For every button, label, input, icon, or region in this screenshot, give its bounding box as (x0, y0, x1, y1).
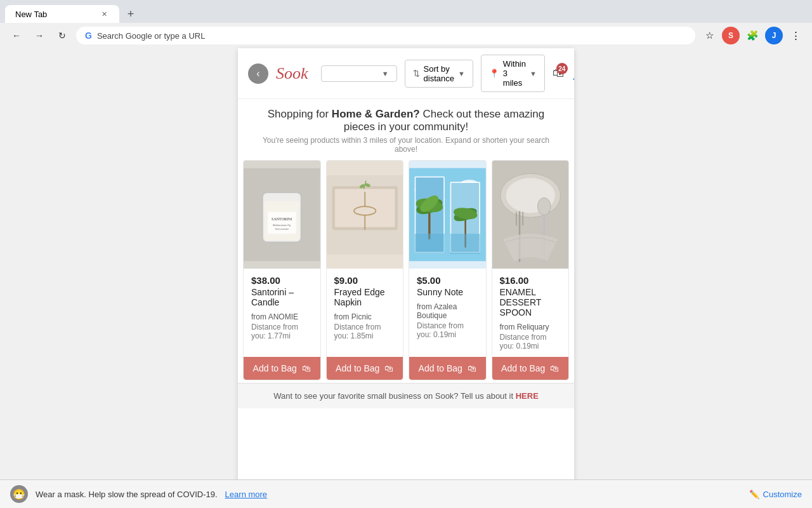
address-text: Search Google or type a URL (97, 31, 206, 41)
bag-icon-wrap[interactable]: 🛍 24 (553, 67, 564, 80)
svg-text:Sea Lavender: Sea Lavender (275, 228, 289, 231)
reload-button[interactable]: ↻ (53, 27, 71, 44)
distance-button[interactable]: 📍 Within 3 miles ▼ (481, 55, 545, 92)
footer-link[interactable]: HERE (516, 391, 539, 401)
product-store: from Azalea Boutique (417, 302, 478, 320)
address-bar[interactable]: G Search Google or type a URL (76, 27, 695, 44)
browser-chrome: New Tab ✕ + ← → ↻ G Search Google or typ… (0, 0, 812, 48)
bag-badge: 24 (556, 63, 568, 74)
note-svg (409, 161, 486, 269)
candle-svg: SANTORINI Mediterranean Fig Sea Lavender (244, 161, 320, 269)
product-name: ENAMEL DESSERT SPOON (500, 287, 561, 318)
chevron-down-icon: ▼ (382, 70, 389, 77)
learn-more-link[interactable]: Learn more (225, 490, 267, 499)
back-nav-button[interactable]: ‹ (248, 64, 268, 84)
avatar-s[interactable]: S (722, 27, 740, 44)
add-to-bag-button[interactable]: Add to Bag 🛍 (327, 357, 403, 380)
extensions-icon[interactable]: 🧩 (743, 27, 761, 44)
customize-label: Customize (763, 490, 802, 499)
product-card: $9.00 Frayed Edge Napkin from Picnic Dis… (326, 160, 404, 380)
product-distance: Distance from you: 0.19mi (417, 321, 478, 339)
svg-point-40 (537, 197, 551, 215)
mask-avatar: 😷 (10, 485, 28, 503)
user-icon[interactable]: 👤 (572, 67, 574, 81)
footer-bar: Want to see your favorite small business… (238, 383, 574, 408)
distance-chevron-icon: ▼ (530, 70, 537, 77)
banner-prefix: Shopping for (268, 108, 332, 120)
bottom-bar: 😷 Wear a mask. Help slow the spread of C… (0, 479, 812, 508)
product-name: Sunny Note (417, 287, 478, 297)
address-bar-row: ← → ↻ G Search Google or type a URL ☆ S … (0, 23, 812, 48)
tab-bar: New Tab ✕ + (0, 5, 812, 23)
product-price: $16.00 (500, 275, 561, 286)
product-price: $9.00 (334, 275, 396, 286)
new-tab-button[interactable]: + (122, 5, 140, 23)
sort-label: Sort by distance (424, 64, 454, 83)
svg-text:SANTORINI: SANTORINI (272, 217, 292, 221)
sort-button[interactable]: ⇅ Sort by distance ▼ (405, 60, 473, 88)
customize-button[interactable]: ✏️ Customize (749, 490, 802, 499)
bag-button-icon: 🛍 (302, 363, 311, 373)
product-name: Santorini – Candle (251, 287, 313, 307)
sort-chevron-icon: ▼ (458, 70, 465, 77)
add-to-bag-label: Add to Bag (336, 363, 379, 373)
sort-icon: ⇅ (413, 69, 420, 78)
edit-icon: ✏️ (749, 490, 759, 499)
category-dropdown[interactable]: ▼ (321, 65, 397, 82)
bag-button-icon: 🛍 (384, 363, 393, 373)
forward-button[interactable]: → (30, 27, 48, 44)
add-to-bag-button[interactable]: Add to Bag 🛍 (244, 357, 320, 380)
product-card: $5.00 Sunny Note from Azalea Boutique Di… (409, 160, 487, 380)
avatar-j[interactable]: J (765, 27, 783, 44)
product-image (492, 161, 569, 269)
product-image: SANTORINI Mediterranean Fig Sea Lavender (244, 161, 320, 269)
product-info: $38.00 Santorini – Candle from ANOMIE Di… (244, 269, 320, 357)
tab-close-button[interactable]: ✕ (99, 9, 109, 19)
product-store: from ANOMIE (251, 312, 313, 321)
banner-category: Home & Garden? (332, 108, 420, 120)
google-logo: G (85, 30, 92, 41)
mask-emoji: 😷 (13, 488, 25, 500)
sook-logo: Sook (276, 64, 308, 83)
menu-icon[interactable]: ⋮ (787, 27, 804, 44)
back-button[interactable]: ← (8, 27, 25, 44)
spoon-svg (492, 161, 569, 269)
napkin-svg (327, 169, 403, 261)
product-info: $5.00 Sunny Note from Azalea Boutique Di… (409, 269, 486, 357)
product-card: SANTORINI Mediterranean Fig Sea Lavender… (243, 160, 321, 380)
add-to-bag-label: Add to Bag (419, 363, 462, 373)
banner: Shopping for Home & Garden? Check out th… (238, 99, 574, 157)
product-price: $5.00 (417, 275, 478, 286)
mask-message: Wear a mask. Help slow the spread of COV… (36, 490, 218, 499)
product-image (409, 161, 486, 269)
pin-icon: 📍 (489, 69, 499, 78)
product-store: from Reliquary (500, 323, 561, 331)
svg-rect-32 (450, 234, 480, 254)
product-distance: Distance from you: 1.77mi (251, 323, 313, 340)
page-content: ‹ Sook ▼ ⇅ Sort by distance ▼ 📍 Within 3… (238, 48, 574, 484)
add-to-bag-label: Add to Bag (253, 363, 297, 373)
bag-button-icon: 🛍 (550, 363, 559, 373)
tab-title: New Tab (15, 10, 47, 19)
add-to-bag-button[interactable]: Add to Bag 🛍 (492, 357, 569, 380)
products-grid: SANTORINI Mediterranean Fig Sea Lavender… (238, 157, 574, 383)
sook-header: ‹ Sook ▼ ⇅ Sort by distance ▼ 📍 Within 3… (238, 48, 574, 99)
product-distance: Distance from you: 1.85mi (334, 323, 396, 340)
product-info: $16.00 ENAMEL DESSERT SPOON from Reliqua… (492, 269, 569, 357)
header-right: 🛍 24 👤 (553, 67, 574, 81)
add-to-bag-button[interactable]: Add to Bag 🛍 (409, 357, 486, 380)
active-tab[interactable]: New Tab ✕ (5, 5, 119, 23)
product-card: $16.00 ENAMEL DESSERT SPOON from Reliqua… (492, 160, 570, 380)
product-image (327, 161, 403, 269)
product-store: from Picnic (334, 312, 396, 321)
star-icon[interactable]: ☆ (700, 27, 718, 44)
product-price: $38.00 (251, 275, 313, 286)
svg-rect-31 (415, 234, 445, 253)
distance-label: Within 3 miles (503, 59, 526, 88)
product-info: $9.00 Frayed Edge Napkin from Picnic Dis… (327, 269, 403, 357)
product-name: Frayed Edge Napkin (334, 287, 396, 307)
banner-subtitle: You're seeing products within 3 miles of… (251, 136, 561, 154)
product-distance: Distance from you: 0.19mi (500, 333, 561, 351)
bag-button-icon: 🛍 (468, 363, 476, 373)
banner-title: Shopping for Home & Garden? Check out th… (251, 108, 561, 133)
